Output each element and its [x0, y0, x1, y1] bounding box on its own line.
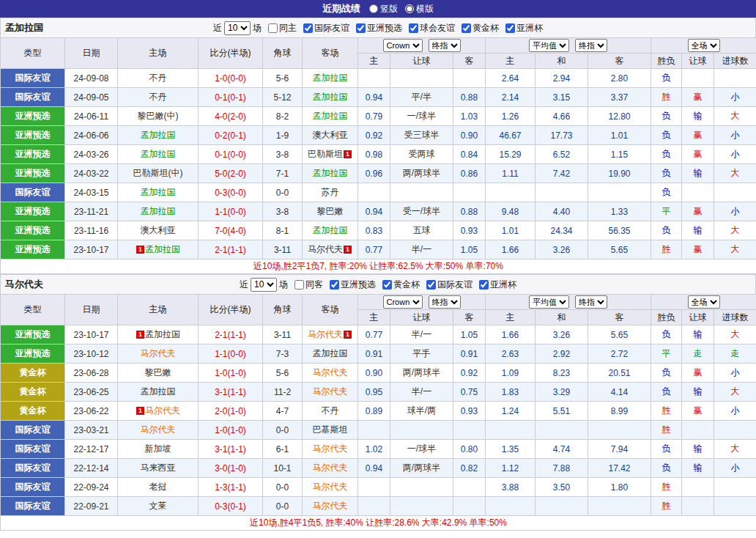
- avg-draw-cell: 4.40: [536, 202, 588, 221]
- away-team-cell: 马尔代夫: [303, 383, 358, 402]
- avg-away-cell: 8.99: [588, 402, 651, 421]
- league-filter[interactable]: 球会友谊: [404, 22, 455, 34]
- league-filter[interactable]: 国际友谊: [422, 279, 472, 291]
- league-filter-checkbox[interactable]: [382, 280, 392, 290]
- odds-home-cell: 0.77: [358, 325, 390, 344]
- odds-away-cell: 0.80: [453, 440, 486, 459]
- league-filter[interactable]: 国际友谊: [299, 22, 349, 34]
- same-venue-checkbox[interactable]: [268, 23, 278, 33]
- league-filter-checkbox[interactable]: [409, 23, 418, 33]
- away-team-cell: 黎巴嫩: [303, 202, 358, 221]
- layout-radio-input[interactable]: [405, 4, 414, 13]
- avg-draw-cell: 2.92: [536, 344, 588, 364]
- goals-result-cell: 小: [714, 364, 756, 383]
- average-odds-select[interactable]: 平均值: [529, 295, 569, 309]
- league-filter-label: 亚洲预选: [367, 22, 402, 34]
- team-name-text: 不丹: [322, 405, 339, 416]
- away-team-cell: 马尔代夫: [303, 497, 358, 516]
- avg-draw-cell: 3.50: [536, 478, 588, 497]
- team-name-text: 澳大利亚: [313, 130, 348, 140]
- handicap-cell: 受三球半: [390, 126, 453, 145]
- league-filter[interactable]: 亚洲杯: [501, 22, 543, 34]
- recent-count-select[interactable]: 10: [251, 278, 277, 292]
- league-filter[interactable]: 黄金杯: [457, 22, 499, 34]
- match-scope-select[interactable]: 全场: [688, 295, 720, 309]
- layout-radio-vertical[interactable]: 竖版: [369, 3, 398, 15]
- goals-result-cell: 大: [714, 325, 756, 344]
- result-cell: 胜: [651, 240, 682, 259]
- layout-radio-horizontal[interactable]: 横版: [405, 3, 434, 15]
- league-filter-checkbox[interactable]: [426, 280, 436, 290]
- odds-away-cell: [453, 497, 486, 516]
- date-cell: 23-11-21: [65, 202, 118, 221]
- handicap-result-cell: [682, 69, 714, 88]
- avg-home-cell: 1.12: [486, 459, 536, 478]
- date-cell: 24-03-26: [65, 145, 118, 164]
- average-final-select[interactable]: 终指: [575, 39, 607, 52]
- column-header: 胜负: [651, 310, 682, 325]
- date-cell: 22-09-24: [65, 478, 118, 497]
- score-cell: 3-1(1-1): [199, 440, 263, 459]
- league-filter[interactable]: 亚洲杯: [475, 279, 516, 291]
- team-name-text: 孟加拉国: [141, 386, 176, 397]
- league-filter-checkbox[interactable]: [505, 23, 515, 33]
- league-filter-label: 亚洲杯: [490, 279, 516, 291]
- handicap-cell: [390, 69, 453, 88]
- same-venue-checkbox[interactable]: [294, 280, 304, 290]
- bookmaker-final-select[interactable]: 终指: [429, 295, 461, 309]
- league-filter-label: 亚洲预选: [341, 279, 376, 291]
- match-scope-select[interactable]: 全场: [688, 39, 720, 52]
- home-team-cell: 巴勒斯坦(中): [118, 164, 199, 183]
- corners-cell: 0-0: [263, 421, 303, 440]
- handicap-cell: 半/一: [390, 383, 453, 402]
- team-name-text: 马尔代夫: [141, 424, 176, 435]
- odds-home-cell: 0.91: [358, 344, 390, 364]
- home-team-cell: 黎巴嫩: [118, 364, 199, 383]
- same-venue-filter[interactable]: 同客: [290, 279, 323, 291]
- odds-away-cell: 0.75: [453, 383, 486, 402]
- team-name-text: 孟加拉国: [141, 149, 176, 159]
- home-team-cell: 孟加拉国: [118, 126, 199, 145]
- column-header: 角球: [263, 295, 303, 325]
- date-cell: 24-06-11: [65, 107, 118, 126]
- column-header: 和: [536, 54, 588, 69]
- layout-radios: 竖版横版: [369, 3, 434, 15]
- away-team-cell: 不丹: [303, 402, 358, 421]
- same-venue-filter[interactable]: 同主: [264, 22, 297, 34]
- odds-group-header: Crown终指: [358, 295, 486, 310]
- league-filter-checkbox[interactable]: [356, 23, 366, 33]
- league-filter[interactable]: 亚洲预选: [352, 22, 402, 34]
- matches-label: 场: [253, 22, 262, 34]
- team-name-text: 孟加拉国: [141, 187, 176, 197]
- handicap-result-cell: 输: [682, 107, 714, 126]
- league-filter-checkbox[interactable]: [462, 23, 471, 33]
- recent-count-select[interactable]: 10: [224, 21, 251, 35]
- league-filter-checkbox[interactable]: [479, 280, 489, 290]
- avg-home-cell: 15.29: [486, 145, 536, 164]
- avg-home-cell: [486, 421, 536, 440]
- handicap-cell: 一/球半: [390, 107, 453, 126]
- score-cell: 1-0(0-0): [199, 69, 263, 88]
- league-filter[interactable]: 黄金杯: [378, 279, 420, 291]
- goals-result-cell: 小: [714, 202, 756, 221]
- league-filter[interactable]: 亚洲预选: [325, 279, 376, 291]
- league-filter-checkbox[interactable]: [330, 280, 339, 290]
- same-venue-label: 同客: [305, 279, 323, 291]
- match-row: 国际友谊24-09-08不丹1-0(0-0)5-6孟加拉国2.642.942.8…: [1, 69, 756, 88]
- odds-away-cell: [453, 478, 486, 497]
- average-final-select[interactable]: 终指: [575, 295, 607, 309]
- bookmaker-final-select[interactable]: 终指: [429, 39, 461, 52]
- layout-radio-input[interactable]: [369, 4, 378, 13]
- bookmaker-select[interactable]: Crown: [383, 39, 423, 52]
- league-filter-checkbox[interactable]: [303, 23, 313, 33]
- avg-away-cell: 56.35: [588, 221, 651, 240]
- corners-cell: 3-8: [263, 202, 303, 221]
- topbar: 近期战绩 竖版横版: [0, 0, 756, 18]
- column-header: 比分(半场): [199, 38, 263, 69]
- average-odds-select[interactable]: 平均值: [529, 39, 569, 52]
- match-row: 国际友谊22-09-24老挝1-3(1-1)0-0马尔代夫3.883.501.8…: [1, 478, 756, 497]
- handicap-cell: 两/两球半: [390, 459, 453, 478]
- score-cell: 0-3(0-1): [199, 497, 263, 516]
- avg-home-cell: 2.14: [486, 88, 536, 107]
- bookmaker-select[interactable]: Crown: [383, 295, 423, 309]
